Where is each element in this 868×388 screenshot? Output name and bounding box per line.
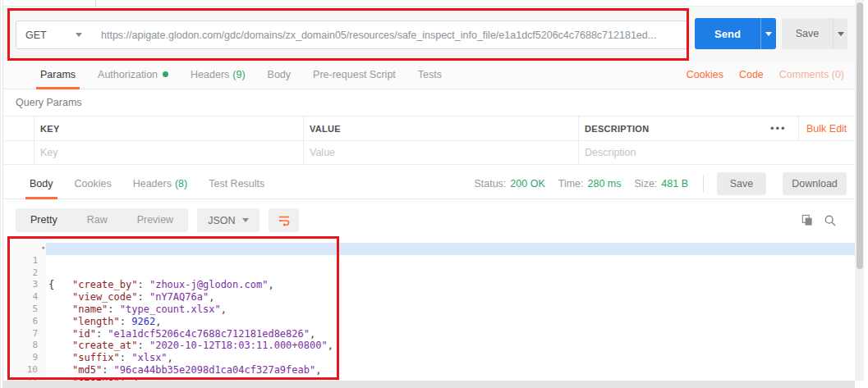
request-tabs-right: Cookies Code Comments (0) [687, 69, 855, 80]
view-mode-preview[interactable]: Preview [122, 208, 188, 232]
size-label: Size: [635, 178, 658, 189]
url-input[interactable] [91, 21, 687, 49]
code-line: 4 "name": "type_count.xlsx", [3, 279, 855, 291]
method-select[interactable]: GET [16, 21, 92, 49]
horizontal-scrollbar[interactable] [3, 381, 855, 388]
column-header-description: DESCRIPTION [585, 116, 649, 142]
status-label: Status: [474, 178, 506, 189]
postman-window: GET Send Save Params Authorization [0, 0, 868, 388]
response-section-bar: Body Cookies Headers(8) Test Results Sta… [3, 168, 855, 199]
code-line: 2 "create_by": "zhoux-j@glodon.com", [3, 255, 855, 267]
param-key-input[interactable] [40, 141, 270, 164]
column-header-key: KEY [40, 116, 60, 142]
save-button-group: Save [782, 18, 847, 49]
download-button[interactable]: Download [783, 172, 847, 195]
column-divider [303, 141, 304, 164]
time-value: 280 ms [588, 178, 622, 189]
chevron-down-icon [242, 218, 249, 222]
top-strip-divider [95, 0, 96, 7]
column-divider [578, 116, 579, 140]
save-request-button[interactable]: Save [782, 18, 833, 49]
code-line: 1 ▾ { [3, 243, 855, 255]
code-link[interactable]: Code [739, 69, 764, 80]
search-button[interactable] [824, 214, 837, 227]
query-params-header-row: KEY VALUE DESCRIPTION ••• Bulk Edit [3, 116, 855, 141]
param-description-input[interactable] [585, 141, 815, 164]
code-line: 3 "view_code": "nY7AQ76a", [3, 267, 855, 280]
comments-link[interactable]: Comments (0) [779, 69, 844, 80]
size-value: 481 B [661, 178, 688, 189]
save-options-button[interactable] [833, 18, 847, 49]
response-tab-cookies[interactable]: Cookies [75, 168, 112, 199]
send-options-button[interactable] [760, 18, 776, 49]
copy-button[interactable] [801, 214, 813, 226]
top-strip [3, 0, 855, 7]
response-body-editor[interactable]: 1 ▾ { 2 "create_by": "zhoux-j@glodon.com… [3, 240, 855, 381]
vertical-scrollbar[interactable] [855, 0, 864, 381]
column-divider [34, 141, 34, 164]
column-divider [34, 116, 34, 140]
save-response-button[interactable]: Save [717, 172, 766, 195]
response-tab-body[interactable]: Body [30, 168, 53, 199]
toolbar-divider [798, 116, 799, 140]
code-line: 5 "length": 9262, [3, 291, 855, 304]
response-meta: Status: 200 OK Time: 280 ms Size: 481 B … [474, 172, 855, 195]
code-line: 10 "status": 2 [3, 352, 855, 364]
scrollbar-thumb[interactable] [857, 2, 863, 269]
code-line: 9 "md5": "96ca44bb35e2098d1ca04cf327a9fe… [3, 340, 855, 352]
bulk-edit-button[interactable]: Bulk Edit [806, 116, 847, 142]
response-headers-count-badge: (8) [175, 178, 187, 189]
wrap-text-button[interactable] [269, 208, 299, 232]
code-line: 11 } [3, 364, 855, 377]
chevron-down-icon [838, 32, 844, 36]
chevron-down-icon [76, 33, 82, 37]
meta-divider [703, 175, 704, 193]
time-label: Time: [558, 178, 584, 189]
collapse-icon[interactable]: ▾ [41, 242, 45, 254]
send-button-group: Send [695, 18, 776, 49]
copy-icon [801, 214, 813, 226]
response-tab-headers[interactable]: Headers(8) [133, 168, 188, 199]
request-tabs: Params Authorization Headers(9) Body Pre… [3, 61, 855, 89]
view-mode-switch: Pretty Raw Preview [16, 208, 188, 232]
method-label: GET [25, 30, 47, 41]
viewer-icons [801, 214, 855, 227]
tab-tests[interactable]: Tests [418, 61, 442, 89]
send-button[interactable]: Send [695, 18, 760, 49]
code-line: 8 "suffix": "xlsx", [3, 328, 855, 340]
tab-params[interactable]: Params [40, 61, 76, 89]
column-divider [578, 141, 579, 164]
response-tab-test-results[interactable]: Test Results [209, 168, 264, 199]
authorization-status-dot [163, 71, 168, 77]
search-icon [824, 214, 837, 227]
tab-authorization[interactable]: Authorization [98, 61, 168, 89]
tab-prerequest-script[interactable]: Pre-request Script [313, 61, 396, 89]
chevron-down-icon [765, 32, 772, 36]
view-mode-raw[interactable]: Raw [72, 208, 122, 232]
view-mode-pretty[interactable]: Pretty [16, 208, 72, 232]
tab-headers[interactable]: Headers(9) [191, 61, 246, 89]
headers-count-badge: (9) [232, 69, 245, 80]
more-options-icon[interactable]: ••• [770, 116, 787, 140]
code-line: 6 "id": "e1a1dcf5206c4c7688c712181ed8e82… [3, 304, 855, 316]
query-params-input-row [3, 141, 855, 165]
column-divider [303, 116, 304, 140]
code-line: 7 "create_at": "2020-10-12T18:03:11.000+… [3, 316, 855, 328]
param-value-input[interactable] [310, 141, 540, 164]
column-header-value: VALUE [310, 116, 341, 142]
response-viewer-toolbar: Pretty Raw Preview JSON [3, 203, 855, 238]
query-params-title: Query Params [16, 97, 82, 108]
wrap-text-icon [278, 214, 291, 227]
cookies-link[interactable]: Cookies [687, 69, 723, 80]
status-value: 200 OK [510, 178, 544, 189]
request-url-panel: GET Send Save [3, 7, 855, 61]
language-select[interactable]: JSON [197, 208, 259, 232]
tab-body[interactable]: Body [268, 61, 292, 89]
